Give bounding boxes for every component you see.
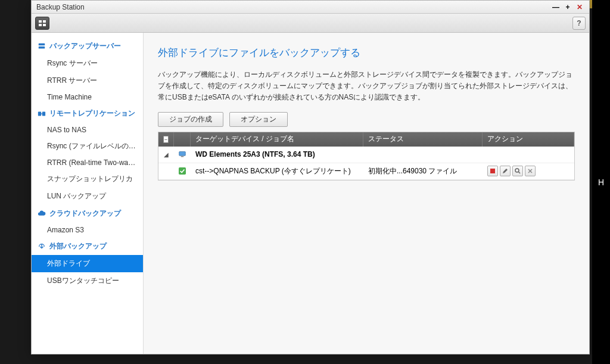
server-icon <box>38 42 46 51</box>
sidebar-item-rsync-file[interactable]: Rsync (ファイルレベルのバック... <box>32 138 143 155</box>
header-expand: − <box>158 132 174 147</box>
header-action[interactable]: アクション <box>483 132 574 147</box>
toolbar: ? <box>32 14 589 33</box>
help-button[interactable]: ? <box>572 17 586 30</box>
svg-rect-9 <box>181 156 184 157</box>
page-title: 外部ドライブにファイルをバックアップする <box>158 46 575 60</box>
svg-rect-3 <box>43 24 46 26</box>
options-button[interactable]: オプション <box>229 112 288 127</box>
svg-rect-6 <box>38 111 41 116</box>
sidebar-item-external-drive[interactable]: 外部ドライブ <box>32 255 143 272</box>
stop-button[interactable] <box>487 166 498 176</box>
svg-rect-10 <box>179 167 186 175</box>
action-icons <box>487 166 536 176</box>
job-row[interactable]: cst-->QNAPNAS BACKUP (今すぐレプリケート) 初期化中...… <box>158 163 574 180</box>
sidebar-item-rsync-server[interactable]: Rsync サーバー <box>32 55 143 72</box>
window-title: Backup Station <box>36 3 549 11</box>
check-icon <box>179 167 186 175</box>
grid-icon <box>38 20 46 27</box>
section-label: バックアップサーバー <box>49 41 121 51</box>
svg-rect-7 <box>42 111 45 116</box>
titlebar: Backup Station — + ✕ <box>32 1 589 14</box>
section-label: クラウドバックアップ <box>49 209 121 219</box>
header-name[interactable]: ターゲットデバイス / ジョブ名 <box>191 132 363 147</box>
section-label: 外部バックアップ <box>49 241 107 251</box>
sidebar: バックアップサーバー Rsync サーバー RTRR サーバー Time Mac… <box>32 33 144 354</box>
right-strip: H <box>592 0 610 364</box>
replication-icon <box>38 110 46 118</box>
svg-rect-2 <box>39 24 42 26</box>
sidebar-item-amazon-s3[interactable]: Amazon S3 <box>32 222 143 238</box>
device-name: WD Elements 25A3 (NTFS, 3.64 TB) <box>191 150 363 158</box>
sidebar-item-nas-to-nas[interactable]: NAS to NAS <box>32 122 143 138</box>
section-label: リモートレプリケーション <box>49 108 135 119</box>
svg-rect-4 <box>39 43 45 45</box>
cloud-icon <box>38 210 46 218</box>
edit-button[interactable] <box>500 166 511 176</box>
monitor-icon <box>179 150 186 158</box>
expand-toggle[interactable]: ◢ <box>163 151 169 158</box>
external-icon <box>38 242 46 251</box>
svg-point-12 <box>515 169 519 172</box>
header-icon <box>174 132 191 147</box>
main-panel: 外部ドライブにファイルをバックアップする バックアップ機能により、ローカルディス… <box>144 33 589 354</box>
sidebar-section-remote-replication[interactable]: リモートレプリケーション <box>32 105 143 122</box>
svg-rect-5 <box>39 46 45 49</box>
create-job-button[interactable]: ジョブの作成 <box>158 112 223 127</box>
svg-line-13 <box>519 172 521 174</box>
job-name: cst-->QNAPNAS BACKUP (今すぐレプリケート) <box>191 166 363 176</box>
sidebar-item-lun-backup[interactable]: LUN バックアップ <box>32 188 143 205</box>
backup-station-window: Backup Station — + ✕ ? バックアップサーバー Rsync … <box>31 0 590 354</box>
sidebar-section-backup-server[interactable]: バックアップサーバー <box>32 38 143 55</box>
job-status: 初期化中...649030 ファイル <box>363 166 483 176</box>
svg-rect-8 <box>179 152 186 156</box>
device-row[interactable]: ◢ WD Elements 25A3 (NTFS, 3.64 TB) <box>158 147 574 163</box>
page-description: バックアップ機能により、ローカルディスクボリュームと外部ストレージデバイス間でデ… <box>158 69 575 104</box>
sidebar-item-rtrr-server[interactable]: RTRR サーバー <box>32 72 143 89</box>
delete-button[interactable] <box>525 166 536 176</box>
view-button[interactable] <box>512 166 523 176</box>
button-row: ジョブの作成 オプション <box>158 112 575 127</box>
sidebar-item-time-machine[interactable]: Time Machine <box>32 89 143 105</box>
sidebar-section-external-backup[interactable]: 外部バックアップ <box>32 238 143 255</box>
sidebar-item-usb-onetouch[interactable]: USBワンタッチコピー <box>32 272 143 290</box>
home-button[interactable] <box>35 17 49 30</box>
collapse-all-button[interactable]: − <box>163 136 169 143</box>
minimize-button[interactable]: — <box>551 2 561 12</box>
right-strip-letter: H <box>598 178 604 187</box>
maximize-button[interactable]: + <box>563 2 572 12</box>
header-status[interactable]: ステータス <box>363 132 483 147</box>
sidebar-item-rtrr-realtime[interactable]: RTRR (Real-time Two-way Folde... <box>32 155 143 170</box>
close-button[interactable]: ✕ <box>575 2 584 12</box>
grid-header: − ターゲットデバイス / ジョブ名 ステータス アクション <box>158 132 574 147</box>
svg-rect-11 <box>490 169 495 173</box>
sidebar-section-cloud-backup[interactable]: クラウドバックアップ <box>32 205 143 222</box>
jobs-grid: − ターゲットデバイス / ジョブ名 ステータス アクション ◢ WD Elem… <box>158 132 575 181</box>
sidebar-item-snapshot-replica[interactable]: スナップショットレプリカ <box>32 170 143 188</box>
svg-rect-1 <box>43 20 46 23</box>
svg-rect-0 <box>39 20 42 23</box>
